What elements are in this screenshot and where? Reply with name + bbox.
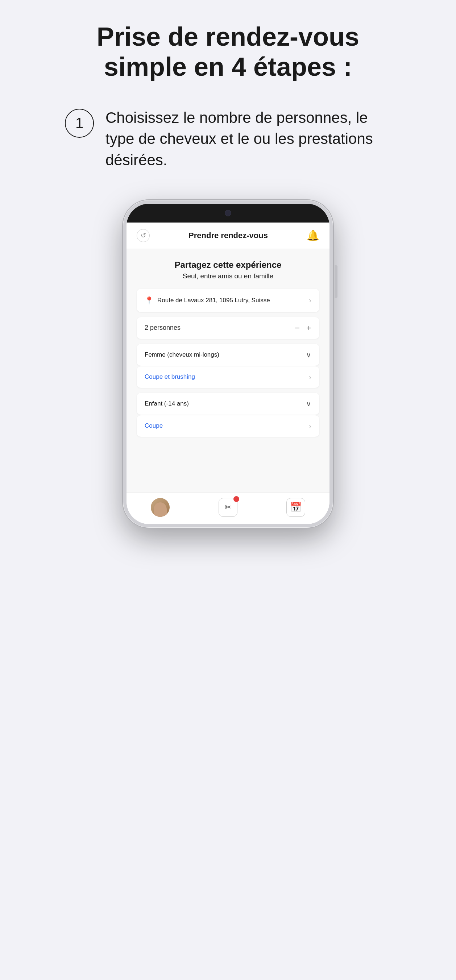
step-number: 1 (65, 109, 94, 138)
camera-dot (225, 210, 231, 216)
person2-service-chevron-icon: › (309, 422, 311, 430)
person1-service-row[interactable]: Coupe et brushing › (137, 366, 319, 388)
screen-title: Prendre rendez-vous (188, 231, 268, 240)
person2-service-label: Coupe (145, 422, 163, 430)
avatar-silhouette (154, 502, 167, 517)
tab-avatar[interactable] (151, 498, 170, 517)
decrease-persons-button[interactable]: − (295, 324, 300, 332)
back-button[interactable]: ↺ (137, 229, 150, 242)
experience-title: Partagez cette expérience (137, 260, 319, 270)
person1-service-label: Coupe et brushing (145, 373, 195, 380)
back-icon: ↺ (140, 232, 146, 240)
experience-subtitle: Seul, entre amis ou en famille (137, 272, 319, 280)
phone-mockup: ↺ Prendre rendez-vous 🔔 Partagez cette e… (14, 200, 442, 528)
page-title: Prise de rendez-vous simple en 4 étapes … (65, 22, 391, 82)
person1-hair-type-label: Femme (cheveux mi-longs) (145, 351, 219, 358)
person1-hair-chevron-icon: ∨ (306, 350, 311, 359)
persons-label: 2 personnes (145, 324, 180, 332)
increase-persons-button[interactable]: + (306, 324, 311, 332)
person2-hair-type-label: Enfant (-14 ans) (145, 400, 189, 407)
scissors-icon: ✂ (225, 503, 231, 512)
app-content: Partagez cette expérience Seul, entre am… (126, 249, 330, 449)
persons-row: 2 personnes − + (137, 317, 319, 339)
bell-icon[interactable]: 🔔 (307, 229, 319, 241)
phone-screen: ↺ Prendre rendez-vous 🔔 Partagez cette e… (126, 204, 330, 524)
person2-service-row[interactable]: Coupe › (137, 415, 319, 437)
person1-hair-type-row[interactable]: Femme (cheveux mi-longs) ∨ (137, 344, 319, 366)
tab-scissors[interactable]: ✂ (218, 498, 238, 517)
location-pin-icon: 📍 (145, 296, 154, 305)
step-description: Choisissez le nombre de personnes, le ty… (105, 107, 391, 171)
notification-badge (233, 496, 239, 502)
app-header: ↺ Prendre rendez-vous 🔔 (126, 223, 330, 249)
person2-hair-type-row[interactable]: Enfant (-14 ans) ∨ (137, 393, 319, 415)
camera-bar (126, 204, 330, 223)
location-row[interactable]: 📍 Route de Lavaux 281, 1095 Lutry, Suiss… (137, 289, 319, 312)
tab-bar: ✂ 📅 (126, 493, 330, 524)
step-1-container: 1 Choisissez le nombre de personnes, le … (65, 107, 391, 171)
location-chevron-icon: › (309, 296, 311, 304)
calendar-icon: 📅 (290, 501, 301, 513)
tab-calendar[interactable]: 📅 (286, 498, 305, 517)
location-left: 📍 Route de Lavaux 281, 1095 Lutry, Suiss… (145, 296, 270, 305)
person1-service-chevron-icon: › (309, 373, 311, 381)
person2-hair-chevron-icon: ∨ (306, 399, 311, 408)
content-spacer (126, 449, 330, 493)
phone-outer-shell: ↺ Prendre rendez-vous 🔔 Partagez cette e… (123, 200, 333, 528)
persons-controls: − + (295, 324, 311, 332)
location-text: Route de Lavaux 281, 1095 Lutry, Suisse (157, 297, 270, 304)
